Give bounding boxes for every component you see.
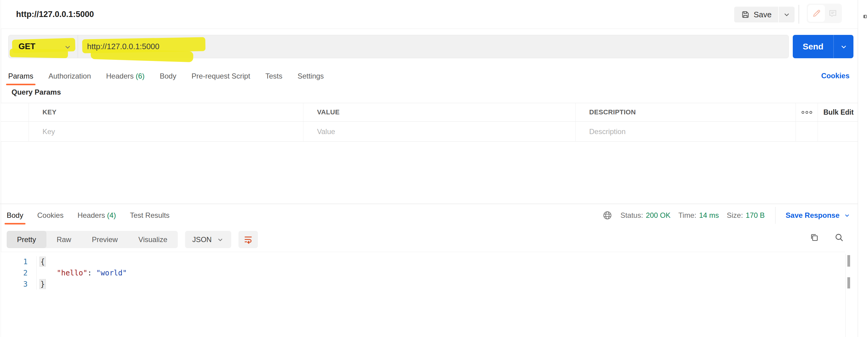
search-response-button[interactable] <box>834 232 844 243</box>
scrollbar-thumb[interactable] <box>847 255 850 267</box>
headers-count-badge: (6) <box>135 72 145 80</box>
request-title: http://127.0.0.1:5000 <box>16 10 94 19</box>
chevron-down-icon <box>217 236 224 243</box>
fold-gutter <box>28 278 37 290</box>
postman-request-pane: http://127.0.0.1:5000 Save <box>0 0 868 337</box>
line-number: 3 <box>1 280 28 288</box>
fold-marker-open-brace[interactable]: { <box>39 256 46 267</box>
edit-comment-toggle-group <box>807 4 842 23</box>
response-tab-headers[interactable]: Headers (4) <box>78 211 116 220</box>
scrollbar-track <box>845 254 845 337</box>
param-value-input[interactable] <box>317 127 550 136</box>
view-tab-raw[interactable]: Raw <box>46 231 82 248</box>
query-params-input-row <box>1 122 858 142</box>
fold-gutter <box>28 267 37 278</box>
bulk-edit-button[interactable]: Bulk Edit <box>824 108 854 117</box>
more-options-icon[interactable] <box>802 111 812 114</box>
scrollbar-thumb[interactable] <box>847 277 850 288</box>
code-line: 1 { <box>1 256 845 267</box>
view-tab-pretty[interactable]: Pretty <box>7 231 46 248</box>
url-input[interactable] <box>87 42 360 51</box>
save-button-label: Save <box>754 10 772 20</box>
tab-authorization[interactable]: Authorization <box>49 72 91 81</box>
edit-request-button[interactable] <box>808 5 825 22</box>
collapse-panel-icon[interactable] <box>863 15 867 18</box>
tab-tests[interactable]: Tests <box>266 72 282 81</box>
column-header-value: VALUE <box>317 108 340 116</box>
fold-gutter <box>28 256 37 267</box>
size-indicator: Size: 170 B <box>727 211 765 220</box>
response-tab-cookies[interactable]: Cookies <box>37 211 64 220</box>
method-selected-value: GET <box>19 42 35 51</box>
response-tabs: Body Cookies Headers (4) Test Results <box>7 209 169 222</box>
tab-settings[interactable]: Settings <box>298 72 324 81</box>
cookies-link[interactable]: Cookies <box>821 71 849 80</box>
code-line: 2 "hello": "world" <box>1 267 845 278</box>
chevron-down-icon <box>783 11 790 19</box>
response-body-viewer[interactable]: 1 { 2 "hello": "world" 3 } <box>1 252 845 337</box>
tab-pre-request-script[interactable]: Pre-request Script <box>191 72 250 81</box>
right-sidebar-rail <box>858 0 868 337</box>
response-headers-count-badge: (4) <box>107 211 116 219</box>
param-description-input[interactable] <box>589 127 775 136</box>
response-view-toolbar: Pretty Raw Preview Visualize JSON <box>7 231 258 248</box>
save-options-button[interactable] <box>779 7 795 23</box>
response-action-icons <box>809 232 844 243</box>
time-indicator: Time: 14 ms <box>678 211 719 220</box>
chevron-down-icon <box>840 43 848 51</box>
wrap-lines-button[interactable] <box>239 231 258 248</box>
save-response-button[interactable]: Save Response <box>786 211 850 220</box>
request-header-bar: http://127.0.0.1:5000 Save <box>1 0 858 29</box>
format-dropdown[interactable]: JSON <box>185 231 231 248</box>
json-key: "hello" <box>57 269 87 277</box>
response-view-mode-tabs: Pretty Raw Preview Visualize <box>7 231 178 248</box>
json-value: "world" <box>96 269 127 277</box>
response-status-bar: Status: 200 OK Time: 14 ms Size: 170 B S… <box>602 209 850 222</box>
comment-button[interactable] <box>825 5 841 22</box>
time-value: 14 ms <box>699 211 719 220</box>
send-options-button[interactable] <box>833 35 854 58</box>
response-section-divider <box>0 204 858 204</box>
search-icon <box>834 232 844 243</box>
chevron-down-icon <box>64 43 71 51</box>
line-number: 2 <box>1 269 28 277</box>
tab-headers[interactable]: Headers (6) <box>106 72 145 81</box>
query-params-table: KEY VALUE DESCRIPTION Bulk Edit <box>1 103 858 142</box>
status-indicator: Status: 200 OK <box>620 211 671 220</box>
query-params-header-row: KEY VALUE DESCRIPTION Bulk Edit <box>1 103 858 122</box>
json-colon: : <box>87 269 96 277</box>
fold-marker-close-brace[interactable]: } <box>39 279 46 289</box>
globe-icon[interactable] <box>602 210 613 220</box>
json-content: "hello": "world" <box>37 269 127 277</box>
request-url-row: GET Send <box>0 35 868 58</box>
param-key-input[interactable] <box>42 127 277 136</box>
copy-icon <box>809 232 819 243</box>
status-divider <box>775 207 775 224</box>
send-button[interactable]: Send <box>793 35 854 58</box>
row-handle-column <box>1 103 29 121</box>
chevron-down-icon <box>844 212 850 219</box>
topbar-divider <box>799 5 799 24</box>
column-header-description: DESCRIPTION <box>589 108 636 116</box>
view-tab-preview[interactable]: Preview <box>82 231 128 248</box>
response-tab-body[interactable]: Body <box>7 211 23 220</box>
method-selector[interactable]: GET <box>8 35 78 58</box>
wrap-lines-icon <box>243 235 253 244</box>
row-handle-cell <box>1 122 29 141</box>
url-bar: GET <box>8 35 789 58</box>
view-tab-visualize[interactable]: Visualize <box>128 231 178 248</box>
tab-body[interactable]: Body <box>160 72 177 81</box>
query-params-heading: Query Params <box>11 88 61 96</box>
tab-params[interactable]: Params <box>8 72 33 81</box>
save-icon <box>741 10 750 19</box>
response-tab-test-results[interactable]: Test Results <box>130 211 169 220</box>
pencil-icon <box>812 8 821 18</box>
copy-response-button[interactable] <box>809 232 819 243</box>
status-code-value: 200 OK <box>646 211 671 220</box>
format-selected-value: JSON <box>192 235 212 244</box>
size-value: 170 B <box>746 211 765 220</box>
save-button[interactable]: Save <box>734 7 778 23</box>
send-button-label: Send <box>793 35 833 58</box>
url-field-wrap <box>78 35 788 58</box>
column-header-key: KEY <box>42 108 56 116</box>
